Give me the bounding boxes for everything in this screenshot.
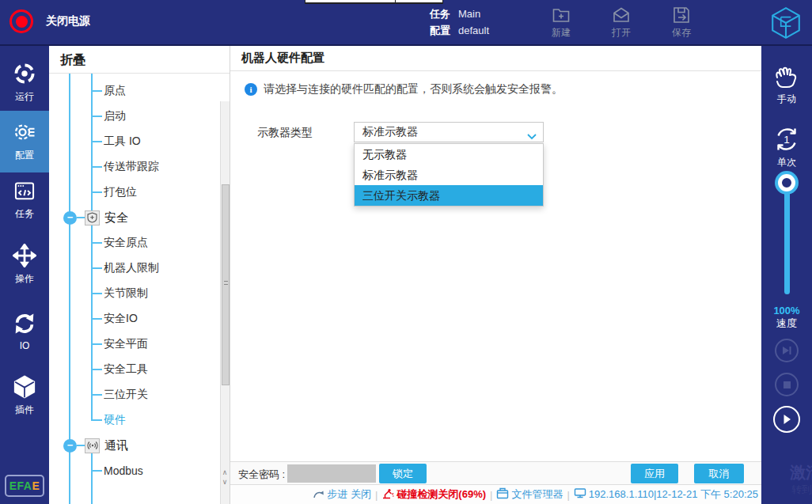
dropdown-option-标准示教器[interactable]: 标准示教器 (355, 165, 543, 185)
pendant-type-select[interactable]: 标准示教器 (354, 122, 544, 142)
move-icon (0, 244, 49, 270)
tree-item-安全[interactable]: −安全 (49, 205, 220, 230)
tree-connector (91, 191, 102, 193)
tree-item-传送带跟踪[interactable]: 传送带跟踪 (49, 154, 220, 180)
tree-connector (91, 343, 102, 345)
new-button[interactable]: 新建 (550, 6, 572, 40)
watermark-goto: 转到 (791, 483, 812, 497)
svg-text:1: 1 (784, 134, 790, 146)
tree-connector (91, 293, 102, 294)
cancel-button[interactable]: 取消 (694, 464, 744, 483)
target-icon (0, 62, 49, 88)
speed-slider-handle[interactable] (778, 174, 795, 191)
tree-connector (91, 141, 102, 142)
tree-scroll-buttons[interactable]: ∧∨ (220, 468, 230, 488)
dropdown-option-三位开关示教器[interactable]: 三位开关示教器 (355, 185, 543, 206)
shield-icon (85, 210, 100, 225)
tree-item-Modbus[interactable]: Modbus (49, 458, 220, 483)
right-sidebar: 手动 1 单次 100% 速度 激活 转到 (761, 46, 812, 504)
tree-body: 原点启动工具 IO传送带跟踪打包位−安全安全原点机器人限制关节限制安全IO安全平… (49, 74, 230, 504)
collision-icon (381, 487, 394, 502)
tree-item-关节限制[interactable]: 关节限制 (49, 281, 220, 306)
tree-scrollbar-thumb[interactable] (222, 184, 230, 385)
hand-icon (772, 81, 801, 93)
tree-collapse-header[interactable]: 折叠 (49, 46, 230, 74)
safety-password-label: 安全密码 : (238, 468, 285, 482)
tree-item-通讯[interactable]: −通讯 (49, 433, 220, 458)
status-network[interactable]: 192.168.1.110|12-12-21 下午 5:20:25 (574, 487, 758, 502)
tree-item-安全IO[interactable]: 安全IO (49, 306, 220, 332)
tree-connector (91, 318, 102, 320)
tree-connector (91, 166, 102, 168)
top-toolbar: 新建打开保存 (550, 6, 692, 40)
code-icon (0, 180, 49, 205)
tree-connector (91, 369, 102, 370)
page-title: 机器人硬件配置 (241, 51, 324, 66)
tree-item-打包位[interactable]: 打包位 (49, 180, 220, 205)
speed-slider-track[interactable] (784, 185, 790, 294)
task-value: Main (458, 6, 480, 22)
power-icon (16, 16, 28, 28)
main-title-row: 机器人硬件配置 (230, 46, 761, 71)
sidebar-item-run[interactable]: 运行 (0, 62, 49, 104)
status-separator: | (567, 489, 569, 501)
tree-item-安全平面[interactable]: 安全平面 (49, 332, 220, 357)
tree-item-原点[interactable]: 原点 (49, 78, 220, 104)
top-bar: 关闭电源 任务Main 配置default 新建打开保存 (0, 0, 812, 46)
status-file-manager[interactable]: 文件管理器 (496, 487, 563, 502)
manual-mode-button[interactable]: 手动 (761, 65, 812, 106)
sidebar-item-operate[interactable]: 操作 (0, 244, 49, 286)
tree-item-三位开关[interactable]: 三位开关 (49, 382, 220, 407)
status-step[interactable]: 步进 关闭 (313, 487, 371, 502)
tree-item-安全原点[interactable]: 安全原点 (49, 230, 220, 256)
sidebar-item-task[interactable]: 任务 (0, 180, 49, 221)
save-button[interactable]: 保存 (670, 6, 692, 40)
tree-connector (77, 445, 85, 446)
sidebar-item-label: 操作 (0, 272, 49, 286)
sidebar-item-plugin[interactable]: 插件 (0, 375, 49, 417)
tree-item-硬件[interactable]: 硬件 (49, 407, 220, 433)
safety-password-input[interactable] (287, 464, 376, 483)
config-tree-panel: 折叠 原点启动工具 IO传送带跟踪打包位−安全安全原点机器人限制关节限制安全IO… (49, 46, 230, 504)
task-label: 任务 (430, 6, 450, 22)
tree-connector (91, 242, 102, 244)
power-off-button[interactable] (9, 9, 33, 33)
sidebar-item-label: 运行 (0, 90, 49, 104)
lock-button[interactable]: 锁定 (379, 464, 427, 483)
watermark-activate: 激活 (790, 462, 812, 483)
pendant-type-label: 示教器类型 (257, 126, 313, 140)
main-footer: 安全密码 : 锁定 应用 取消 (230, 461, 761, 484)
apply-button[interactable]: 应用 (631, 464, 678, 483)
tree-connector (91, 419, 102, 421)
tree-item-启动[interactable]: 启动 (49, 104, 220, 129)
step-arrow-icon (313, 488, 324, 502)
stop-button (775, 373, 799, 396)
config-label: 配置 (430, 22, 450, 39)
status-collision[interactable]: 碰撞检测关闭(69%) (381, 487, 486, 502)
dropdown-option-无示教器[interactable]: 无示教器 (355, 144, 543, 165)
info-icon: i (245, 83, 257, 96)
open-button[interactable]: 打开 (610, 6, 632, 40)
sidebar-item-config[interactable]: 配置 (0, 111, 49, 172)
folder-plus-icon (550, 6, 572, 25)
tree-item-机器人限制[interactable]: 机器人限制 (49, 256, 220, 281)
status-separator: | (490, 489, 492, 501)
antenna-icon (85, 438, 100, 453)
chevron-down-icon (527, 130, 537, 142)
single-run-button[interactable]: 1 单次 (761, 125, 812, 169)
collapse-toggle-icon[interactable]: − (63, 211, 77, 225)
sidebar-item-io[interactable]: IO (0, 312, 49, 351)
sidebar-item-label: 任务 (0, 207, 49, 221)
gear-list-icon (0, 120, 49, 146)
tree-item-安全工具[interactable]: 安全工具 (49, 357, 220, 382)
app-window: 关闭电源 任务Main 配置default 新建打开保存 EFAE 运行配置任务… (0, 0, 812, 504)
collapse-toggle-icon[interactable]: − (63, 439, 77, 453)
tree-connector (91, 394, 102, 396)
play-icon (781, 414, 792, 425)
folder-icon (496, 487, 509, 502)
new-label: 新建 (552, 26, 571, 40)
tree-item-工具-IO[interactable]: 工具 IO (49, 129, 220, 154)
play-button[interactable] (773, 406, 800, 433)
tree-scrollbar[interactable] (220, 101, 230, 504)
efae-logo[interactable]: EFAE (5, 475, 44, 497)
